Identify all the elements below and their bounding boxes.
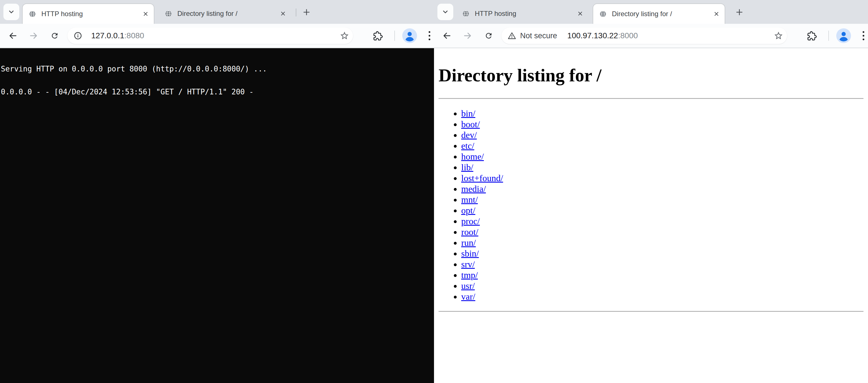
back-button[interactable] <box>442 31 452 40</box>
list-item: etc/ <box>461 140 864 151</box>
forward-button[interactable] <box>29 31 38 40</box>
omnibox[interactable]: 127.0.0.1:8080 <box>67 28 353 44</box>
terminal-output: Serving HTTP on 0.0.0.0 port 8000 (http:… <box>0 48 434 111</box>
page-title: Directory listing for / <box>438 65 864 86</box>
directory-page: Directory listing for / bin/ boot/ dev/ … <box>434 48 868 383</box>
terminal-page: Serving HTTP on 0.0.0.0 port 8000 (http:… <box>0 48 434 383</box>
tab-directory-listing[interactable]: Directory listing for / <box>159 3 291 24</box>
reload-button[interactable] <box>484 31 494 40</box>
tab-title: HTTP hosting <box>475 10 577 18</box>
globe-favicon-icon <box>29 10 36 18</box>
globe-favicon-icon <box>462 10 469 17</box>
bookmark-star-button[interactable] <box>339 31 349 41</box>
not-secure-label: Not secure <box>520 31 557 40</box>
tab-close-button[interactable] <box>713 10 720 18</box>
toolbar: 127.0.0.1:8080 <box>0 24 434 48</box>
three-dot-icon <box>863 30 864 41</box>
bookmark-star-button[interactable] <box>773 31 783 41</box>
directory-link[interactable]: lib/ <box>461 162 473 172</box>
globe-favicon-icon <box>599 10 607 18</box>
tab-strip: HTTP hosting Directory listing for / <box>434 0 868 24</box>
menu-button[interactable] <box>426 31 433 40</box>
tab-title: Directory listing for / <box>177 10 279 18</box>
tab-close-button[interactable] <box>142 10 149 18</box>
omnibox[interactable]: Not secure 100.97.130.22:8000 <box>501 28 787 44</box>
directory-link[interactable]: dev/ <box>461 130 477 140</box>
forward-button[interactable] <box>463 31 472 40</box>
new-tab-button[interactable] <box>299 4 314 20</box>
directory-link[interactable]: run/ <box>461 238 476 248</box>
profile-button[interactable] <box>402 28 417 43</box>
profile-button[interactable] <box>836 28 851 43</box>
list-item: home/ <box>461 151 864 162</box>
puzzle-icon <box>373 31 383 41</box>
tab-http-hosting[interactable]: HTTP hosting <box>22 3 154 24</box>
directory-link[interactable]: mnt/ <box>461 195 478 205</box>
tab-strip: HTTP hosting Directory listing for / <box>0 0 434 24</box>
browser-window-left: HTTP hosting Directory listing for / <box>0 0 434 383</box>
directory-link[interactable]: srv/ <box>461 259 475 269</box>
directory-link[interactable]: var/ <box>461 291 475 302</box>
close-icon <box>280 10 286 17</box>
tab-http-hosting[interactable]: HTTP hosting <box>456 3 588 24</box>
url-host: 127.0.0.1 <box>91 31 124 40</box>
url-text: 100.97.130.22:8000 <box>567 31 638 40</box>
horizontal-rule <box>438 98 864 99</box>
close-icon <box>577 10 584 17</box>
forward-arrow-icon <box>463 31 472 40</box>
directory-link[interactable]: home/ <box>461 151 484 161</box>
list-item: bin/ <box>461 108 864 119</box>
tab-search-button[interactable] <box>437 4 453 20</box>
tab-title: Directory listing for / <box>612 10 713 18</box>
list-item: var/ <box>461 291 864 302</box>
directory-link[interactable]: root/ <box>461 227 478 237</box>
star-icon <box>774 31 783 40</box>
list-item: run/ <box>461 237 864 248</box>
directory-link[interactable]: opt/ <box>461 205 475 215</box>
list-item: sbin/ <box>461 248 864 259</box>
toolbar-divider <box>394 31 395 41</box>
directory-link[interactable]: boot/ <box>461 119 480 129</box>
screenshot-root: { "colors": { "tab_strip": "#dee1e6", "t… <box>0 0 868 383</box>
forward-arrow-icon <box>29 31 38 40</box>
reload-button[interactable] <box>50 31 60 40</box>
url-port: :8080 <box>124 31 144 40</box>
terminal-line: Serving HTTP on 0.0.0.0 port 8000 (http:… <box>1 65 434 73</box>
directory-link[interactable]: proc/ <box>461 216 480 226</box>
menu-button[interactable] <box>860 31 867 40</box>
list-item: srv/ <box>461 259 864 270</box>
directory-link[interactable]: tmp/ <box>461 270 478 280</box>
plus-icon <box>302 8 311 17</box>
url-host: 100.97.130.22 <box>567 31 618 40</box>
extensions-button[interactable] <box>807 31 817 41</box>
list-item: root/ <box>461 227 864 237</box>
list-item: dev/ <box>461 129 864 140</box>
extensions-button[interactable] <box>373 31 383 41</box>
reload-icon <box>485 31 493 40</box>
list-item: tmp/ <box>461 270 864 281</box>
directory-link[interactable]: etc/ <box>461 141 474 151</box>
back-arrow-icon <box>442 31 452 40</box>
tab-directory-listing[interactable]: Directory listing for / <box>593 3 725 24</box>
list-item: media/ <box>461 183 864 194</box>
globe-favicon-icon <box>165 10 172 17</box>
back-arrow-icon <box>8 31 18 40</box>
site-info-button[interactable] <box>508 31 516 40</box>
tab-close-button[interactable] <box>279 10 287 17</box>
directory-link[interactable]: lost+found/ <box>461 173 503 183</box>
info-icon <box>74 31 82 40</box>
directory-link[interactable]: sbin/ <box>461 248 479 259</box>
plus-icon <box>735 8 744 17</box>
list-item: lost+found/ <box>461 173 864 183</box>
back-button[interactable] <box>8 31 18 40</box>
new-tab-button[interactable] <box>732 4 747 20</box>
avatar-icon <box>836 28 851 43</box>
tab-separator <box>296 8 296 17</box>
directory-link[interactable]: media/ <box>461 184 486 194</box>
directory-link[interactable]: bin/ <box>461 108 475 118</box>
directory-link[interactable]: usr/ <box>461 281 475 291</box>
tab-search-button[interactable] <box>3 4 19 20</box>
site-info-button[interactable] <box>74 31 82 40</box>
tab-close-button[interactable] <box>577 10 584 17</box>
warning-icon <box>508 31 516 40</box>
